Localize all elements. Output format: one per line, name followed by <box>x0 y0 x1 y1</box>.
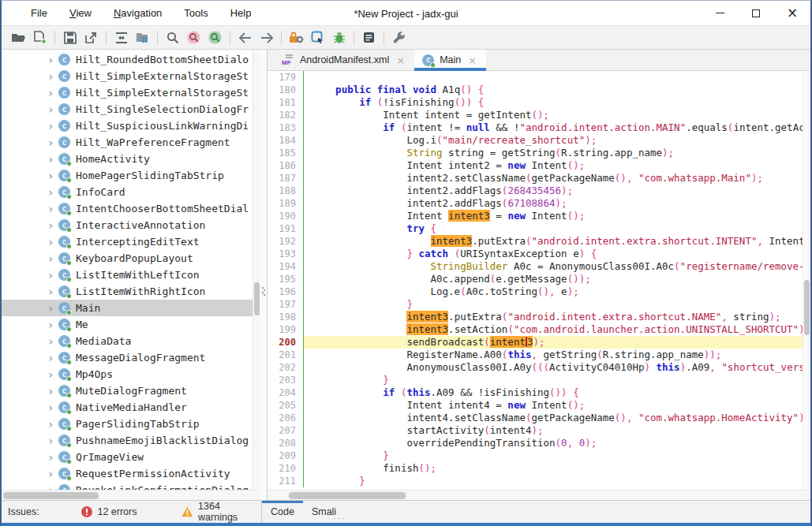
chevron-right-icon[interactable]: › <box>47 336 58 347</box>
tree-item-qrimageview[interactable]: ›cQrImageView <box>2 449 260 465</box>
code-line[interactable]: 179 <box>268 71 803 84</box>
panel-splitter[interactable] <box>260 50 267 500</box>
menu-navigation[interactable]: Navigation <box>103 4 172 22</box>
nav-back-button[interactable] <box>234 28 256 47</box>
class-search-button[interactable] <box>183 28 204 47</box>
chevron-right-icon[interactable]: › <box>47 170 58 181</box>
chevron-right-icon[interactable]: › <box>47 220 58 231</box>
reload-files-button[interactable] <box>110 28 132 47</box>
tree-item-hilt_wapreferencefragment[interactable]: ›cHilt_WaPreferenceFragment <box>2 134 260 151</box>
code-line[interactable]: 205 Intent intent4 = new Intent(); <box>268 399 803 412</box>
chevron-right-icon[interactable]: › <box>47 303 58 314</box>
menu-file[interactable]: File <box>21 4 58 22</box>
code-line-text[interactable]: intent4.setClassName(getPackageName(), "… <box>304 412 803 424</box>
chevron-right-icon[interactable]: › <box>47 369 58 380</box>
code-line[interactable]: 211 } <box>268 475 803 487</box>
tree-item-homeactivity[interactable]: ›cHomeActivity <box>2 151 260 167</box>
scrollbar-thumb[interactable] <box>289 492 406 499</box>
scrollbar-thumb[interactable] <box>804 280 810 335</box>
code-line-text[interactable]: try { <box>304 222 803 235</box>
code-line-text[interactable]: startActivity(intent4); <box>304 424 803 437</box>
code-line[interactable]: 209 } <box>268 450 803 462</box>
chevron-right-icon[interactable]: › <box>47 104 58 115</box>
code-line[interactable]: 200 sendBroadcast(intent3); <box>268 336 803 349</box>
text-search-button[interactable] <box>162 28 183 47</box>
scrollbar-thumb[interactable] <box>3 492 99 499</box>
code-line[interactable]: 204 if (this.A09 && !isFinishing()) { <box>268 386 803 399</box>
code-line-text[interactable] <box>304 71 803 84</box>
code-line[interactable]: 192 intent3.putExtra("android.intent.ext… <box>268 235 803 248</box>
tree-item-pushnameemojiblacklistdialog[interactable]: ›cPushnameEmojiBlacklistDialog <box>2 432 260 449</box>
panel-grip-icon[interactable]: ··· <box>333 513 346 523</box>
chevron-right-icon[interactable]: › <box>47 468 58 479</box>
code-line[interactable]: 180 public final void A1q() { <box>268 84 803 96</box>
tree-item-mediadata[interactable]: ›cMediaData <box>2 333 260 349</box>
chevron-right-icon[interactable]: › <box>47 237 58 248</box>
chevron-right-icon[interactable]: › <box>47 452 58 463</box>
tree-item-infocard[interactable]: ›cInfoCard <box>2 184 260 200</box>
code-line[interactable]: 197 } <box>268 298 803 311</box>
show-packages-button[interactable] <box>132 28 153 47</box>
code-line-text[interactable]: sendBroadcast(intent3); <box>304 336 803 349</box>
tree-item-mutedialogfragment[interactable]: ›cMuteDialogFragment <box>2 382 260 399</box>
chevron-right-icon[interactable]: › <box>47 187 58 198</box>
code-line[interactable]: 182 Intent intent = getIntent(); <box>268 109 803 121</box>
comment-search-button[interactable] <box>204 28 226 47</box>
code-line[interactable]: 191 try { <box>268 222 803 235</box>
code-line[interactable]: 186 Intent intent2 = new Intent(); <box>268 159 803 172</box>
add-files-button[interactable] <box>29 28 51 47</box>
chevron-right-icon[interactable]: › <box>47 435 58 446</box>
chevron-right-icon[interactable]: › <box>47 54 58 65</box>
chevron-right-icon[interactable]: › <box>47 121 58 132</box>
code-line-text[interactable]: AnonymousClass00I.A0y(((ActivityC04010Hp… <box>304 361 803 374</box>
code-editor[interactable]: 179180 public final void A1q() {181 if (… <box>268 71 810 490</box>
code-line-text[interactable]: } <box>304 450 803 462</box>
export-code-button[interactable] <box>80 28 102 47</box>
chevron-right-icon[interactable]: › <box>47 154 58 165</box>
code-line[interactable]: 202 AnonymousClass00I.A0y(((ActivityC040… <box>268 361 803 374</box>
code-line[interactable]: 210 finish(); <box>268 462 803 475</box>
code-line[interactable]: 193 } catch (URISyntaxException e) { <box>268 248 803 260</box>
tree-item-revokelinkconfirmationdialog[interactable]: ›cRevokeLinkConfirmationDialog <box>2 482 260 490</box>
code-line[interactable]: 187 intent2.setClassName(getPackageName(… <box>268 172 803 185</box>
chevron-right-icon[interactable]: › <box>47 137 58 148</box>
chevron-right-icon[interactable]: › <box>47 319 58 330</box>
tree-item-homepagerslidingtabstrip[interactable]: ›cHomePagerSlidingTabStrip <box>2 167 260 184</box>
code-line[interactable]: 181 if (!isFinishing()) { <box>268 96 803 109</box>
code-line-text[interactable]: intent3.putExtra("android.intent.extra.s… <box>304 235 803 248</box>
tree-item-keyboardpopuplayout[interactable]: ›cKeyboardPopupLayout <box>2 250 260 267</box>
quark-analysis-button[interactable] <box>307 28 328 47</box>
chevron-right-icon[interactable]: › <box>47 353 58 364</box>
tree-item-mp4ops[interactable]: ›cMp4Ops <box>2 366 260 382</box>
tree-horizontal-scrollbar[interactable] <box>2 490 260 500</box>
tree-item-listitemwithlefticon[interactable]: ›cListItemWithLeftIcon <box>2 267 260 283</box>
code-line[interactable]: 206 intent4.setClassName(getPackageName(… <box>268 412 803 424</box>
chevron-right-icon[interactable]: › <box>47 419 58 430</box>
code-line-text[interactable]: } <box>304 475 803 487</box>
tree-item-me[interactable]: ›cMe <box>2 316 260 333</box>
chevron-right-icon[interactable]: › <box>47 402 58 413</box>
tree-vertical-scrollbar[interactable] <box>253 50 260 490</box>
code-line-text[interactable]: intent3.setAction("com.android.launcher.… <box>304 323 803 336</box>
code-line[interactable]: 208 overridePendingTransition(0, 0); <box>268 437 803 450</box>
code-line[interactable]: 184 Log.i("main/recreate_shortcut"); <box>268 134 803 147</box>
code-line-text[interactable]: A0c.append(e.getMessage()); <box>304 273 803 285</box>
chevron-right-icon[interactable]: › <box>47 203 58 215</box>
tree-item-hilt_simpleexternalstoragest[interactable]: ›cHilt_SimpleExternalStorageSt <box>2 84 260 101</box>
tab-androidmanifest-xml[interactable]: MFAndroidManifest.xml× <box>274 50 414 70</box>
open-file-button[interactable] <box>8 28 29 47</box>
tree-item-hilt_simpleexternalstoragest[interactable]: ›cHilt_SimpleExternalStorageSt <box>2 68 260 84</box>
code-line-text[interactable]: Intent intent4 = new Intent(); <box>304 399 803 412</box>
code-line-text[interactable]: public final void A1q() { <box>304 84 803 96</box>
deobfuscation-button[interactable] <box>286 28 307 47</box>
code-line[interactable]: 196 Log.e(A0c.toString(), e); <box>268 285 803 298</box>
chevron-right-icon[interactable]: › <box>47 386 58 397</box>
tree-item-main[interactable]: ›cMain <box>2 300 260 316</box>
code-line-text[interactable]: if (this.A09 && !isFinishing()) { <box>304 386 803 399</box>
code-line-text[interactable]: Intent intent3 = new Intent(); <box>304 210 803 222</box>
code-line-text[interactable]: } catch (URISyntaxException e) { <box>304 248 803 260</box>
code-line-text[interactable]: if (!isFinishing()) { <box>304 96 803 109</box>
code-line-text[interactable]: Log.e(A0c.toString(), e); <box>304 285 803 298</box>
tab-close-icon[interactable]: × <box>466 54 478 66</box>
code-line[interactable]: 198 intent3.putExtra("android.intent.ext… <box>268 311 803 323</box>
